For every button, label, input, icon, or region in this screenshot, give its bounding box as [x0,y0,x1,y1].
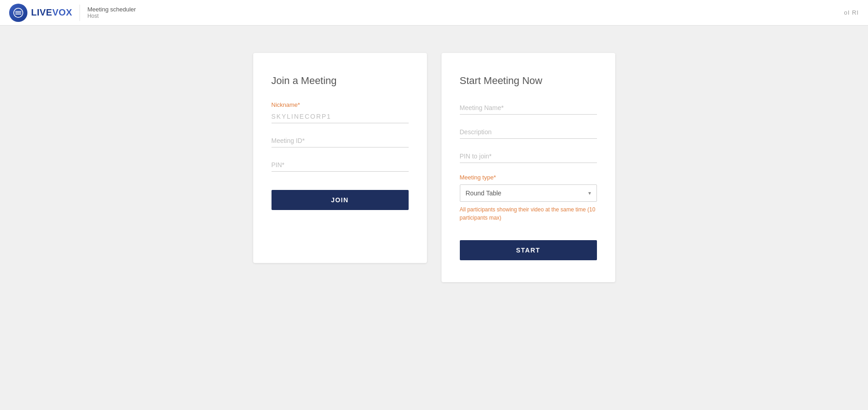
logo: LIVEVOX [9,4,72,22]
logo-vox: VOX [52,7,72,17]
pin-to-join-group [460,150,597,163]
pin-group [272,158,409,172]
start-card-title: Start Meeting Now [460,75,597,87]
nav-title: Meeting scheduler [87,6,136,13]
meeting-type-value: Round Table [466,189,501,197]
description-group [460,126,597,139]
nickname-input[interactable] [272,110,409,123]
pin-to-join-input[interactable] [460,150,597,163]
nickname-group: Nickname* [272,101,409,123]
meeting-type-group: Meeting type* Round Table ▾ All particip… [460,174,597,222]
meeting-type-hint: All participants showing their video at … [460,205,597,222]
join-button[interactable]: JOIN [272,190,409,210]
chevron-down-icon: ▾ [588,190,591,196]
user-info: oI RI [844,9,859,16]
description-input[interactable] [460,126,597,139]
start-button[interactable]: START [460,240,597,260]
logo-live: LIVE [31,7,52,17]
meeting-type-label: Meeting type* [460,174,597,181]
meeting-id-group [272,134,409,147]
pin-input[interactable] [272,158,409,172]
header-left: LIVEVOX Meeting scheduler Host [9,4,136,22]
main-content: Join a Meeting Nickname* JOIN Start Meet… [0,26,868,410]
meeting-id-input[interactable] [272,134,409,147]
header: LIVEVOX Meeting scheduler Host oI RI [0,0,868,26]
logo-icon [9,4,27,22]
start-card: Start Meeting Now Meeting type* Round Ta… [442,53,615,282]
logo-text: LIVEVOX [31,7,72,18]
join-card-title: Join a Meeting [272,75,409,87]
meeting-type-dropdown[interactable]: Round Table ▾ [460,184,597,202]
header-info: Meeting scheduler Host [87,6,136,19]
meeting-name-group [460,101,597,115]
join-card: Join a Meeting Nickname* JOIN [253,53,427,263]
nickname-label: Nickname* [272,101,409,108]
header-divider [80,5,80,21]
nav-subtitle: Host [87,13,136,19]
meeting-name-input[interactable] [460,101,597,115]
